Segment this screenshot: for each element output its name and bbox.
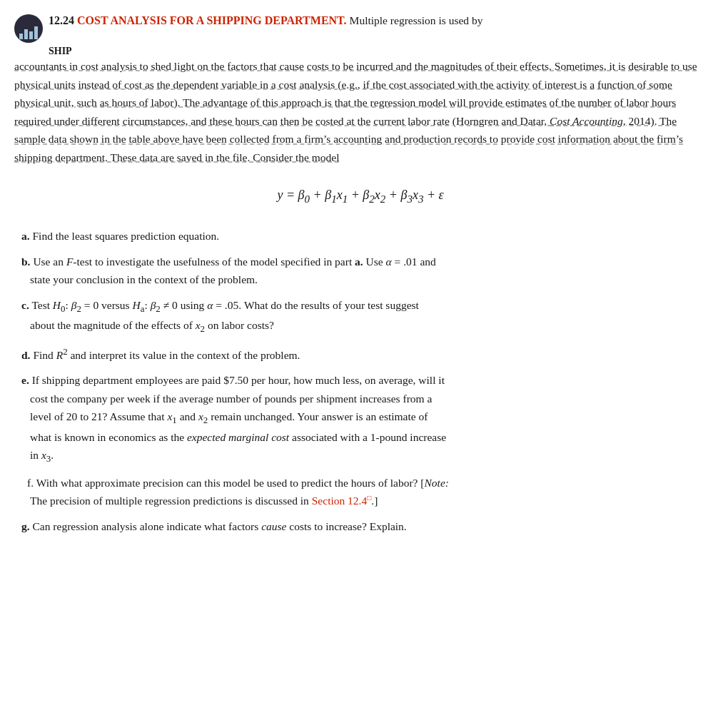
part-e-line2: cost the company per week if the average…	[30, 390, 707, 408]
part-d-label: d.	[21, 349, 31, 361]
intro-text: accountants in cost analysis to shed lig…	[14, 57, 707, 166]
part-f-text: With what approximate precision can this…	[36, 477, 449, 489]
part-e-line5: in x3.	[30, 446, 707, 466]
part-f: f. With what approximate precision can t…	[14, 474, 707, 510]
part-d-text: Find R2 and interpret its value in the c…	[33, 349, 300, 361]
parts-container: a. Find the least squares prediction equ…	[14, 227, 707, 535]
part-f-label: f.	[27, 477, 34, 489]
section-link[interactable]: Section 12.4□	[312, 495, 372, 507]
part-a-text: Find the least squares prediction equati…	[33, 230, 220, 242]
part-b: b. Use an F-test to investigate the usef…	[14, 253, 707, 289]
equation-text: y = β0 + β1x1 + β2x2 + β3x3 + ε	[277, 188, 443, 202]
part-g-label: g.	[21, 520, 30, 532]
part-b-label: b.	[21, 255, 31, 268]
part-e-line4: what is known in economics as the expect…	[30, 428, 707, 447]
part-a-label: a.	[21, 230, 30, 242]
part-e-line3: level of 20 to 21? Assume that x1 and x2…	[30, 407, 707, 427]
equation-block: y = β0 + β1x1 + β2x2 + β3x3 + ε	[14, 188, 707, 206]
intro-paragraph: accountants in cost analysis to shed lig…	[14, 57, 707, 166]
problem-title: COST ANALYSIS FOR A SHIPPING DEPARTMENT.	[77, 14, 347, 26]
problem-container: 12.24 COST ANALYSIS FOR A SHIPPING DEPAR…	[14, 14, 707, 535]
part-f-continuation: The precision of multiple regression pre…	[30, 492, 707, 510]
part-g: g. Can regression analysis alone indicat…	[14, 517, 707, 536]
part-e-text: If shipping department employees are pai…	[32, 374, 445, 386]
part-b-continuation: state your conclusion in the context of …	[30, 270, 707, 289]
ship-label: SHIP	[49, 46, 707, 57]
problem-title-block: 12.24 COST ANALYSIS FOR A SHIPPING DEPAR…	[49, 14, 482, 27]
chart-bar-icon	[14, 14, 43, 43]
part-b-text: Use an F-test to investigate the usefuln…	[33, 255, 435, 268]
part-g-text: Can regression analysis alone indicate w…	[33, 520, 407, 532]
part-a: a. Find the least squares prediction equ…	[14, 227, 707, 245]
part-e: e. If shipping department employees are …	[14, 371, 707, 467]
part-c-continuation: about the magnitude of the effects of x2…	[30, 316, 707, 336]
intro-first-line: Multiple regression is used by	[350, 14, 483, 26]
part-c-label: c.	[21, 299, 29, 311]
part-c: c. Test H0: β2 = 0 versus Ha: β2 ≠ 0 usi…	[14, 296, 707, 337]
problem-header: 12.24 COST ANALYSIS FOR A SHIPPING DEPAR…	[14, 14, 707, 43]
part-c-text: Test H0: β2 = 0 versus Ha: β2 ≠ 0 using …	[31, 299, 419, 311]
part-d: d. Find R2 and interpret its value in th…	[14, 343, 707, 364]
problem-number: 12.24	[49, 14, 74, 26]
part-e-label: e.	[21, 374, 29, 386]
